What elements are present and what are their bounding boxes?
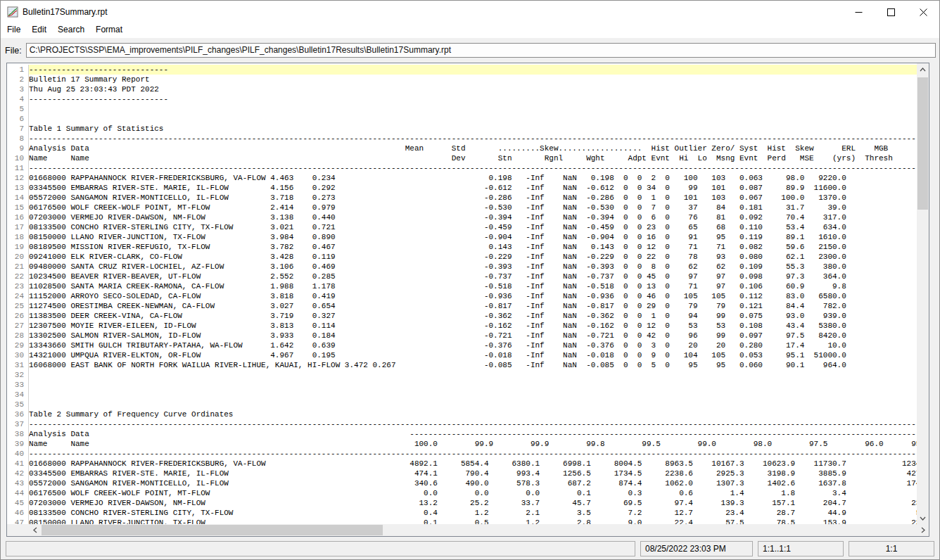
- line-text: Analysis Data Mean Std .........Skew....…: [29, 144, 917, 153]
- report-line: 4406176500 WOLF CREEK-WOLF POINT, MT-FLO…: [7, 488, 917, 498]
- line-number: 37: [7, 419, 29, 429]
- line-text: Name Name 100.0 99.9 99.9 99.8 99.5 99.0…: [29, 439, 917, 449]
- line-number: 27: [7, 321, 29, 331]
- line-number: 40: [7, 449, 29, 459]
- scroll-up-icon[interactable]: [917, 63, 929, 75]
- vertical-scrollbar[interactable]: [917, 63, 929, 524]
- report-line: 2913343660 SMITH GULCH TRIBUTARY-PATAHA,…: [7, 341, 917, 350]
- report-line: 1908189500 MISSION RIVER-REFUGIO, TX-FLO…: [7, 242, 917, 252]
- line-number: 12: [7, 173, 29, 183]
- line-text: 14321000 UMPQUA RIVER-ELKTON, OR-FLOW 4.…: [29, 350, 917, 360]
- line-text: ----------------------------------------…: [29, 449, 917, 459]
- file-path-input[interactable]: C:\PROJECTS\SSP\EMA_improvements\PILF_ch…: [26, 43, 936, 58]
- line-text: 07203000 VERMEJO RIVER-DAWSON, NM-FLOW 1…: [29, 498, 917, 508]
- report-text-area[interactable]: 1------------------------------2Bulletin…: [6, 63, 929, 537]
- menu-file[interactable]: File: [1, 23, 26, 36]
- line-number: 21: [7, 262, 29, 272]
- report-line: 2109480000 SANTA CRUZ RIVER-LOCHIEL, AZ-…: [7, 262, 917, 272]
- report-line: 4------------------------------: [7, 94, 917, 104]
- vertical-scroll-thumb[interactable]: [917, 77, 928, 210]
- line-text: 03345500 EMBARRAS RIVER-STE. MARIE, IL-F…: [29, 469, 917, 478]
- report-line: 9Analysis Data Mean Std .........Skew...…: [7, 144, 917, 153]
- report-line: 32: [7, 370, 917, 380]
- line-text: ----------------------------------------…: [29, 134, 917, 144]
- report-line: 4507203000 VERMEJO RIVER-DAWSON, NM-FLOW…: [7, 498, 917, 508]
- line-text: 08150000 LLANO RIVER-JUNCTION, TX-FLOW 3…: [29, 232, 917, 242]
- menu-search[interactable]: Search: [52, 23, 90, 36]
- line-number: 41: [7, 459, 29, 469]
- line-number: 29: [7, 341, 29, 350]
- maximize-button[interactable]: [875, 1, 907, 23]
- report-line: 1201668000 RAPPAHANNOCK RIVER-FREDERICKS…: [7, 173, 917, 183]
- report-line: 4305572000 SANGAMON RIVER-MONTICELLO, IL…: [7, 478, 917, 488]
- line-text: 08133500 CONCHO RIVER-STERLING CITY, TX-…: [29, 222, 917, 232]
- line-text: 09480000 SANTA CRUZ RIVER-LOCHIEL, AZ-FL…: [29, 262, 917, 272]
- report-line: 2Bulletin 17 Summary Report: [7, 75, 917, 84]
- report-line: 1607203000 VERMEJO RIVER-DAWSON, NM-FLOW…: [7, 212, 917, 222]
- scroll-right-icon[interactable]: [917, 524, 929, 536]
- line-number: 47: [7, 518, 29, 524]
- minimize-button[interactable]: [842, 1, 875, 23]
- line-text: 12307500 MOYIE RIVER-EILEEN, ID-FLOW 3.8…: [29, 321, 917, 331]
- report-line: 2511274500 ORESTIMBA CREEK-NEWMAN, CA-FL…: [7, 301, 917, 311]
- scroll-down-icon[interactable]: [917, 512, 929, 524]
- line-number: 22: [7, 272, 29, 281]
- report-line: 6: [7, 114, 917, 124]
- line-number: 42: [7, 469, 29, 478]
- line-number: 31: [7, 360, 29, 370]
- file-bar: File: C:\PROJECTS\SSP\EMA_improvements\P…: [1, 38, 939, 63]
- scrollbar-corner: [7, 524, 29, 536]
- horizontal-scroll-thumb[interactable]: [42, 525, 383, 535]
- report-line: 1808150000 LLANO RIVER-JUNCTION, TX-FLOW…: [7, 232, 917, 242]
- window-controls: [842, 1, 939, 23]
- line-number: 3: [7, 84, 29, 94]
- line-text: 05572000 SANGAMON RIVER-MONTICELLO, IL-F…: [29, 478, 917, 488]
- line-number: 33: [7, 380, 29, 390]
- line-number: 5: [7, 104, 29, 114]
- line-number: 44: [7, 488, 29, 498]
- line-text: 11383500 DEER CREEK-VINA, CA-FLOW 3.719 …: [29, 311, 917, 321]
- menu-format[interactable]: Format: [90, 23, 128, 36]
- window-title: Bulletin17Summary.rpt: [23, 7, 108, 17]
- line-text: 06176500 WOLF CREEK-WOLF POINT, MT-FLOW …: [29, 488, 917, 498]
- report-line: 37--------------------------------------…: [7, 419, 917, 429]
- file-label: File:: [5, 46, 22, 56]
- line-text: 03345500 EMBARRAS RIVER-STE. MARIE, IL-F…: [29, 183, 917, 193]
- report-line: 8---------------------------------------…: [7, 134, 917, 144]
- line-text: 05572000 SANGAMON RIVER-MONTICELLO, IL-F…: [29, 193, 917, 203]
- close-button[interactable]: [907, 1, 939, 23]
- line-number: 39: [7, 439, 29, 449]
- scroll-left-icon[interactable]: [29, 524, 41, 536]
- line-text: [29, 370, 917, 380]
- line-text: ----------------------------------------…: [29, 163, 917, 173]
- horizontal-scrollbar[interactable]: [29, 524, 929, 536]
- line-number: 20: [7, 252, 29, 262]
- line-number: 4: [7, 94, 29, 104]
- menu-edit[interactable]: Edit: [26, 23, 52, 36]
- report-line: 1708133500 CONCHO RIVER-STERLING CITY, T…: [7, 222, 917, 232]
- report-line: 34: [7, 390, 917, 400]
- line-text: 16068000 EAST BANK OF NORTH FORK WAILUA …: [29, 360, 917, 370]
- report-line: 38Analysis Data ------------------------…: [7, 429, 917, 439]
- report-line: 35: [7, 400, 917, 409]
- line-number: 32: [7, 370, 29, 380]
- line-number: 19: [7, 242, 29, 252]
- line-text: [29, 380, 917, 390]
- line-number: 34: [7, 390, 29, 400]
- line-number: 26: [7, 311, 29, 321]
- line-number: 18: [7, 232, 29, 242]
- line-text: Table 2 Summary of Frequency Curve Ordin…: [29, 409, 917, 419]
- line-text: [29, 104, 917, 114]
- line-number: 8: [7, 134, 29, 144]
- report-line: 3014321000 UMPQUA RIVER-ELKTON, OR-FLOW …: [7, 350, 917, 360]
- line-text: Table 1 Summary of Statistics: [29, 124, 917, 134]
- line-text: Bulletin 17 Summary Report: [29, 75, 917, 84]
- line-text: 08150000 LLANO RIVER-JUNCTION, TX-FLOW 0…: [29, 518, 917, 524]
- report-line: 40--------------------------------------…: [7, 449, 917, 459]
- report-lines[interactable]: 1------------------------------2Bulletin…: [7, 63, 917, 524]
- menu-bar: File Edit Search Format: [1, 23, 939, 38]
- line-number: 36: [7, 409, 29, 419]
- line-number: 16: [7, 212, 29, 222]
- line-text: [29, 390, 917, 400]
- line-number: 6: [7, 114, 29, 124]
